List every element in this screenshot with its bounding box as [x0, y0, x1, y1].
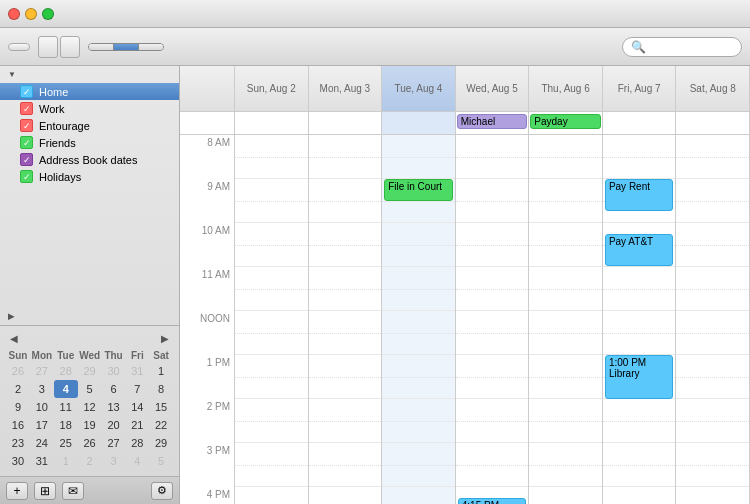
time-label: 9 AM	[180, 179, 235, 223]
mini-cal-day[interactable]: 29	[78, 362, 102, 380]
calendar-event[interactable]: Pay Rent	[605, 179, 674, 211]
mini-cal-day[interactable]: 26	[6, 362, 30, 380]
time-label: 4 PM	[180, 487, 235, 504]
mini-cal-day[interactable]: 28	[125, 434, 149, 452]
mini-cal-day[interactable]: 12	[78, 398, 102, 416]
week-view-button[interactable]	[114, 44, 139, 50]
day-column-3[interactable]: 4:15 PM Ship PBook	[456, 135, 530, 504]
mini-cal-day[interactable]: 16	[6, 416, 30, 434]
holidays-checkbox[interactable]: ✓	[20, 170, 33, 183]
mini-cal-day[interactable]: 13	[102, 398, 126, 416]
calendar-event[interactable]: Pay AT&T	[605, 234, 674, 266]
mini-cal-day[interactable]: 22	[149, 416, 173, 434]
mini-cal-day[interactable]: 29	[149, 434, 173, 452]
mini-cal-day[interactable]: 25	[54, 434, 78, 452]
mini-cal-day[interactable]: 31	[30, 452, 54, 470]
allday-cell-sat[interactable]	[676, 112, 750, 134]
mini-cal-day[interactable]: 3	[102, 452, 126, 470]
mail-button[interactable]: ✉	[62, 482, 84, 500]
mini-cal-day[interactable]: 7	[125, 380, 149, 398]
settings-button[interactable]: ⚙	[151, 482, 173, 500]
mini-cal-day[interactable]: 30	[6, 452, 30, 470]
mini-cal-day[interactable]: 5	[78, 380, 102, 398]
close-button[interactable]	[8, 8, 20, 20]
mini-cal-day[interactable]: 24	[30, 434, 54, 452]
mini-cal-day[interactable]: 5	[149, 452, 173, 470]
toolbar: 🔍	[0, 28, 750, 66]
mini-cal-day[interactable]: 11	[54, 398, 78, 416]
calendar-event[interactable]: 1:00 PM Library	[605, 355, 674, 399]
add-calendar-button[interactable]: +	[6, 482, 28, 500]
mini-cal-day[interactable]: 20	[102, 416, 126, 434]
view-switcher	[88, 43, 164, 51]
mini-cal-day[interactable]: 3	[30, 380, 54, 398]
minimize-button[interactable]	[25, 8, 37, 20]
day-column-4[interactable]	[529, 135, 603, 504]
allday-cell-sun[interactable]	[235, 112, 309, 134]
work-checkbox[interactable]: ✓	[20, 102, 33, 115]
entourage-checkbox[interactable]: ✓	[20, 119, 33, 132]
mini-cal-day[interactable]: 9	[6, 398, 30, 416]
mini-prev-button[interactable]: ◀	[6, 332, 22, 345]
calendar-item-home[interactable]: ✓ Home	[0, 83, 179, 100]
day-column-5[interactable]: Pay RentPay AT&T1:00 PM Library	[603, 135, 677, 504]
mini-cal-day[interactable]: 1	[54, 452, 78, 470]
allday-cell-fri[interactable]	[603, 112, 677, 134]
subscriptions-triangle[interactable]: ▶	[8, 312, 14, 321]
mini-cal-day[interactable]: 15	[149, 398, 173, 416]
allday-event-payday[interactable]: Payday	[530, 114, 601, 129]
addressbook-checkbox[interactable]: ✓	[20, 153, 33, 166]
allday-cell-tue[interactable]	[382, 112, 456, 134]
day-column-0[interactable]	[235, 135, 309, 504]
mini-cal-day[interactable]: 1	[149, 362, 173, 380]
maximize-button[interactable]	[42, 8, 54, 20]
mini-cal-day[interactable]: 31	[125, 362, 149, 380]
mini-cal-day[interactable]: 26	[78, 434, 102, 452]
mini-cal-day[interactable]: 2	[78, 452, 102, 470]
calendar-item-holidays[interactable]: ✓ Holidays	[0, 168, 179, 185]
mini-cal-day[interactable]: 8	[149, 380, 173, 398]
mini-cal-day[interactable]: 21	[125, 416, 149, 434]
mini-cal-day[interactable]: 4	[54, 380, 78, 398]
home-checkbox[interactable]: ✓	[20, 85, 33, 98]
day-column-6[interactable]	[676, 135, 750, 504]
mini-cal-day[interactable]: 28	[54, 362, 78, 380]
mini-cal-day[interactable]: 19	[78, 416, 102, 434]
mini-cal-day[interactable]: 2	[6, 380, 30, 398]
friends-checkbox[interactable]: ✓	[20, 136, 33, 149]
calendars-triangle[interactable]: ▼	[8, 70, 16, 79]
mini-cal-day[interactable]: 27	[30, 362, 54, 380]
allday-cell-thu[interactable]: Payday	[529, 112, 603, 134]
calendar-event[interactable]: File in Court	[384, 179, 453, 201]
prev-button[interactable]	[38, 36, 58, 58]
allday-event-michael[interactable]: Michael	[457, 114, 528, 129]
allday-cell-wed[interactable]: Michael	[456, 112, 530, 134]
mini-cal-day[interactable]: 23	[6, 434, 30, 452]
calendar-grid-button[interactable]: ⊞	[34, 482, 56, 500]
mini-cal-day[interactable]: 17	[30, 416, 54, 434]
day-column-2[interactable]: File in Court	[382, 135, 456, 504]
day-column-1[interactable]	[309, 135, 383, 504]
subscriptions-header: ▶	[0, 308, 179, 325]
addressbook-label: Address Book dates	[39, 154, 137, 166]
calendar-item-entourage[interactable]: ✓ Entourage	[0, 117, 179, 134]
month-view-button[interactable]	[139, 44, 163, 50]
mini-next-button[interactable]: ▶	[157, 332, 173, 345]
mini-cal-day[interactable]: 10	[30, 398, 54, 416]
day-header-sat: Sat, Aug 8	[676, 66, 750, 111]
calendar-item-work[interactable]: ✓ Work	[0, 100, 179, 117]
calendar-event[interactable]: 4:15 PM Ship PBook	[458, 498, 527, 504]
calendar-item-friends[interactable]: ✓ Friends	[0, 134, 179, 151]
mini-cal-day[interactable]: 18	[54, 416, 78, 434]
allday-cell-mon[interactable]	[309, 112, 383, 134]
mini-cal-day[interactable]: 14	[125, 398, 149, 416]
day-view-button[interactable]	[89, 44, 114, 50]
mini-cal-day[interactable]: 27	[102, 434, 126, 452]
today-button[interactable]	[8, 43, 30, 51]
mini-cal-day[interactable]: 4	[125, 452, 149, 470]
next-button[interactable]	[60, 36, 80, 58]
mini-cal-day[interactable]: 30	[102, 362, 126, 380]
search-box[interactable]: 🔍	[622, 37, 742, 57]
calendar-item-addressbook[interactable]: ✓ Address Book dates	[0, 151, 179, 168]
mini-cal-day[interactable]: 6	[102, 380, 126, 398]
